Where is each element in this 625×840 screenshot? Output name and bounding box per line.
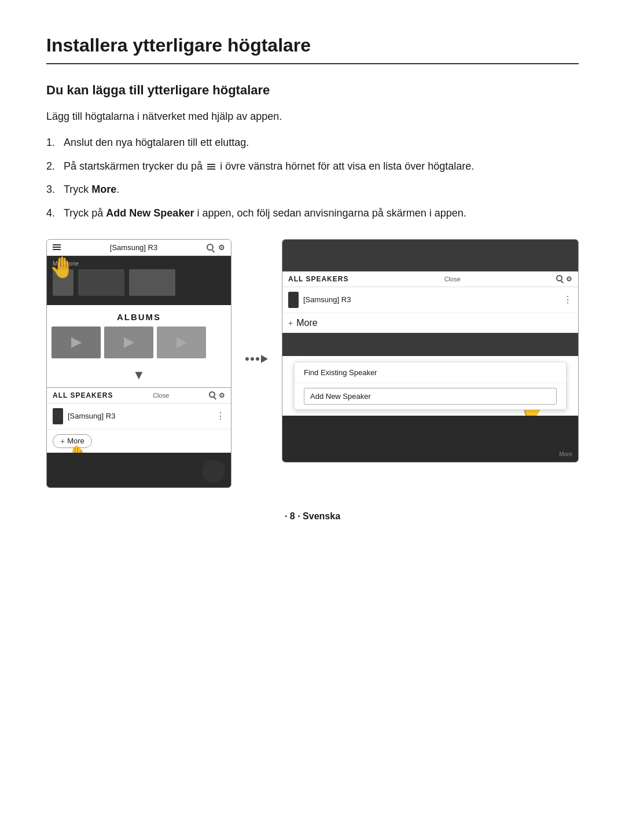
left-speakers-title: ALL SPEAKERS <box>53 391 113 399</box>
arrow-right-container <box>245 355 268 363</box>
left-speakers-icons: ⚙ <box>209 391 225 399</box>
left-speakers-header: ALL SPEAKERS Close ⚙ <box>47 388 231 404</box>
step-3-prefix: Tryck <box>64 184 89 195</box>
more-bottom-label: More <box>559 451 575 457</box>
header-icons: ⚙ <box>207 243 225 252</box>
arrow-dot-2 <box>251 357 254 361</box>
search-icon[interactable] <box>207 244 214 251</box>
right-arrow <box>245 355 268 363</box>
left-speaker-dots[interactable]: ⋮ <box>216 410 225 421</box>
left-more-row: + More 🤚 <box>47 430 231 453</box>
down-arrow: ▼ <box>47 363 231 387</box>
right-speaker-dots[interactable]: ⋮ <box>563 294 572 305</box>
left-speaker-name: [Samsung] R3 <box>68 412 211 420</box>
search-icon-left[interactable] <box>209 391 215 398</box>
step-2-prefix: På startskärmen trycker du på <box>64 160 203 172</box>
step-1: 1. Anslut den nya högtalaren till ett el… <box>46 134 579 151</box>
right-more-plus: + <box>288 318 293 328</box>
inline-menu-icon <box>205 160 220 172</box>
album-thumb-2: ▶ <box>104 327 153 358</box>
diagrams-container: [Samsung] R3 ⚙ My Phone 🤚 ALBUMS ▶ ▶ ▶ <box>46 239 579 488</box>
my-phone-label: My Phone <box>53 261 225 267</box>
right-phone-mockup: ALL SPEAKERS Close ⚙ [Samsung] R3 ⋮ + Mo… <box>282 239 579 463</box>
popup-item-find[interactable]: Find Existing Speaker <box>295 362 566 383</box>
left-speaker-icon <box>53 408 63 424</box>
section-title: Du kan lägga till ytterligare högtalare <box>46 83 579 98</box>
left-speaker-row: [Samsung] R3 ⋮ <box>47 404 231 430</box>
left-phone-header: [Samsung] R3 ⚙ <box>47 240 231 256</box>
album-thumbnails: ▶ ▶ ▶ <box>47 327 231 363</box>
left-speakers-close[interactable]: Close <box>153 392 169 399</box>
step-4-bold: Add New Speaker <box>106 207 194 219</box>
step-4-prefix: Tryck på <box>64 207 103 219</box>
right-speaker-name: [Samsung] R3 <box>303 295 558 304</box>
hand-pointer-left: 🤚 <box>49 257 75 278</box>
right-speakers-header: ALL SPEAKERS Close ⚙ <box>282 272 578 287</box>
gear-icon-right[interactable]: ⚙ <box>566 275 572 283</box>
right-more-label: More <box>296 318 317 328</box>
step-2: 2. På startskärmen trycker du på i övre … <box>46 158 579 175</box>
right-speakers-icons: ⚙ <box>556 275 572 283</box>
step-4: 4. Tryck på Add New Speaker i appen, och… <box>46 205 579 222</box>
intro-text: Lägg till högtalarna i nätverket med hjä… <box>46 108 579 125</box>
popup-item-add-wrapper: Add New Speaker <box>295 383 566 409</box>
right-speaker-icon <box>288 292 299 308</box>
step-num-3: 3. <box>46 181 55 198</box>
step-2-suffix: i övre vänstra hörnet för att visa en li… <box>220 160 474 172</box>
right-dark-mid <box>282 333 578 356</box>
arrow-dot-3 <box>256 357 259 361</box>
right-speakers-close[interactable]: Close <box>444 276 461 283</box>
step-num-1: 1. <box>46 134 55 151</box>
albums-label: ALBUMS <box>47 305 231 327</box>
arrow-tip <box>261 355 268 363</box>
album-thumb-3: ▶ <box>157 327 206 358</box>
right-speakers-title: ALL SPEAKERS <box>288 275 348 283</box>
menu-icon[interactable] <box>53 244 61 250</box>
left-phone-mockup: [Samsung] R3 ⚙ My Phone 🤚 ALBUMS ▶ ▶ ▶ <box>46 239 231 488</box>
step-3: 3. Tryck More. <box>46 181 579 198</box>
search-icon-right[interactable] <box>556 275 562 281</box>
arrow-dot-1 <box>245 357 249 361</box>
gear-icon[interactable]: ⚙ <box>218 243 225 252</box>
page-footer: · 8 · Svenska <box>46 511 579 522</box>
step-1-text: Anslut den nya högtalaren till ett elutt… <box>64 137 249 148</box>
right-more-row: + More <box>282 313 578 333</box>
right-dark-bottom: More <box>282 416 578 462</box>
popup-menu: Find Existing Speaker Add New Speaker <box>294 362 567 410</box>
step-num-4: 4. <box>46 205 55 222</box>
left-phone-title: [Samsung] R3 <box>110 243 157 252</box>
steps-list: 1. Anslut den nya högtalaren till ett el… <box>46 134 579 222</box>
popup-area: Find Existing Speaker Add New Speaker 🤚 <box>282 362 578 410</box>
right-speaker-row: [Samsung] R3 ⋮ <box>282 287 578 313</box>
left-speakers-panel: ALL SPEAKERS Close ⚙ [Samsung] R3 ⋮ + Mo… <box>47 387 231 487</box>
phone-icon-area <box>53 269 225 296</box>
step-num-2: 2. <box>46 158 55 175</box>
dark-album-section: My Phone 🤚 <box>47 256 231 305</box>
step-3-bold: More <box>91 184 116 195</box>
left-dark-bottom <box>47 453 231 487</box>
page-title: Installera ytterligare högtalare <box>46 35 579 64</box>
popup-item-add[interactable]: Add New Speaker <box>304 388 557 405</box>
gear-icon-left[interactable]: ⚙ <box>219 391 225 399</box>
step-4-suffix: i appen, och följ sedan anvisningarna på… <box>197 207 466 219</box>
album-thumb-1: ▶ <box>52 327 101 358</box>
more-bottom-right: More <box>559 448 575 458</box>
right-dark-bg <box>282 240 578 272</box>
